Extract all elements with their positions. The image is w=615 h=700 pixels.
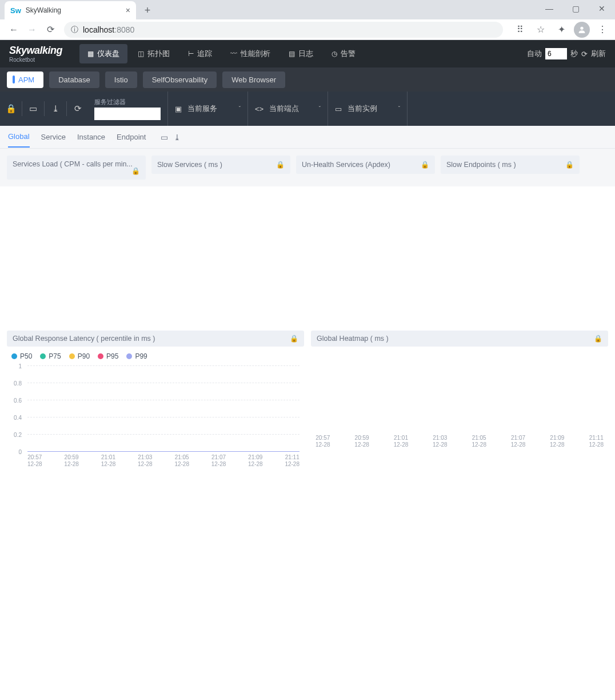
auto-refresh: 自动 秒 ⟳ 刷新 [527, 48, 606, 59]
folder-button[interactable]: ▭ [22, 92, 44, 126]
current-service-selector[interactable]: ▣ 当前服务 ˇ [167, 92, 247, 126]
forward-button[interactable]: → [23, 21, 41, 39]
translate-icon[interactable]: ⠿ [512, 22, 528, 38]
app-logo: Skywalking Rocketbot [9, 45, 62, 63]
y-tick: 0 [18, 449, 22, 455]
code-icon: <> [255, 105, 263, 113]
download-button[interactable]: ⤓ [45, 92, 66, 126]
maximize-button[interactable]: ▢ [562, 0, 589, 17]
card-services-load[interactable]: Services Load ( CPM - calls per min... 🔒 [7, 156, 146, 180]
tab-instance[interactable]: Instance [77, 127, 105, 147]
refresh-interval-input[interactable] [545, 48, 567, 59]
nav-label: 追踪 [197, 49, 212, 59]
nav-alarm[interactable]: ◷告警 [324, 44, 364, 63]
lock-button[interactable]: 🔒 [0, 92, 22, 126]
lock-icon: 🔒 [565, 161, 574, 169]
grid-line [27, 400, 299, 400]
scope-tabs: Global Service Instance Endpoint ▭ ⤓ [0, 126, 615, 149]
url-host: localhost [83, 25, 114, 34]
plot-area [27, 366, 299, 452]
latency-chart-card: Global Response Latency ( percentile in … [7, 331, 304, 469]
log-icon: ▤ [289, 50, 295, 58]
download-icon[interactable]: ⤓ [174, 133, 181, 142]
x-tick: 21:0712-28 [211, 454, 226, 468]
y-tick: 1 [18, 363, 22, 369]
dashboard-icon: ▦ [87, 50, 94, 58]
new-tab-button[interactable]: + [139, 2, 155, 18]
refresh-icon[interactable]: ⟳ [581, 50, 588, 58]
x-axis: 20:5712-2820:5912-2821:0112-2821:0312-28… [27, 454, 299, 468]
back-button[interactable]: ← [5, 21, 23, 39]
data-line [27, 451, 299, 452]
legend-label: P75 [49, 352, 61, 360]
address-bar-icons: ⠿ ☆ ✦ ⋮ [512, 22, 610, 38]
reload-button[interactable]: ⟳ [41, 21, 59, 39]
x-axis: 20:5712-2820:5912-2821:0112-2821:0312-28… [316, 435, 604, 448]
profile-avatar[interactable] [574, 22, 590, 38]
x-tick: 21:0112-28 [394, 435, 409, 448]
url-port: :8080 [114, 25, 134, 34]
card-unhealth-services[interactable]: Un-Health Services (Apdex) 🔒 [296, 156, 435, 174]
nav-log[interactable]: ▤日志 [281, 44, 321, 63]
y-tick: 0.2 [14, 432, 22, 438]
sync-button[interactable]: ⟳ [67, 92, 89, 126]
close-tab-icon[interactable]: × [126, 6, 130, 15]
current-endpoint-selector[interactable]: <> 当前端点 ˇ [247, 92, 328, 126]
legend-item[interactable]: P90 [69, 352, 90, 360]
pill-label: Istio [114, 75, 128, 84]
pill-selfobservability[interactable]: SelfObservability [143, 71, 217, 88]
site-info-icon[interactable]: ⓘ [71, 25, 78, 35]
tab-global[interactable]: Global [8, 126, 30, 148]
tab-service[interactable]: Service [41, 127, 66, 147]
bookmark-icon[interactable]: ☆ [533, 22, 549, 38]
pill-webbrowser[interactable]: Web Browser [222, 71, 285, 88]
legend-item[interactable]: P75 [40, 352, 61, 360]
address-bar: ← → ⟳ ⓘ localhost:8080 ⠿ ☆ ✦ ⋮ [0, 19, 615, 40]
pill-database[interactable]: Database [49, 71, 99, 88]
nav-trace[interactable]: ⊢追踪 [180, 44, 220, 63]
nav-topology[interactable]: ◫拓扑图 [130, 44, 178, 63]
x-tick: 20:5712-28 [316, 435, 330, 448]
filter-input[interactable] [94, 108, 161, 120]
card-header[interactable]: Global Response Latency ( percentile in … [7, 331, 304, 347]
bottom-charts-row: Global Response Latency ( percentile in … [0, 324, 615, 476]
nav-dashboard[interactable]: ▦仪表盘 [79, 44, 127, 63]
lock-icon: 🔒 [276, 161, 285, 169]
menu-icon[interactable]: ⋮ [594, 22, 610, 38]
close-window-button[interactable]: ✕ [589, 0, 615, 17]
nav-label: 告警 [341, 49, 356, 59]
legend-item[interactable]: P50 [11, 352, 32, 360]
seconds-label: 秒 [570, 49, 578, 59]
open-folder-icon[interactable]: ▭ [161, 133, 168, 142]
extensions-icon[interactable]: ✦ [553, 22, 569, 38]
pill-apm[interactable]: APM [7, 71, 43, 88]
tab-endpoint[interactable]: Endpoint [117, 127, 146, 147]
x-tick: 21:0712-28 [511, 435, 526, 448]
monitor-icon: ▭ [335, 105, 342, 113]
x-tick: 20:5712-28 [27, 454, 42, 468]
card-slow-services[interactable]: Slow Services ( ms ) 🔒 [151, 156, 290, 174]
y-tick: 0.4 [14, 415, 22, 421]
grid-line [27, 434, 299, 435]
x-tick: 21:0312-28 [138, 454, 153, 468]
pill-label: SelfObservability [152, 75, 208, 84]
nav-label: 性能剖析 [241, 49, 270, 59]
y-tick: 0.8 [14, 380, 22, 387]
x-tick: 21:0312-28 [433, 435, 448, 448]
minimize-button[interactable]: — [536, 0, 562, 17]
browser-tab[interactable]: Sw SkyWalking × [5, 1, 136, 19]
package-icon: ▣ [175, 105, 182, 113]
nav-profile[interactable]: 〰性能剖析 [222, 44, 278, 63]
pill-istio[interactable]: Istio [105, 71, 137, 88]
url-input[interactable]: ⓘ localhost:8080 [64, 22, 503, 38]
refresh-label[interactable]: 刷新 [591, 49, 606, 59]
card-slow-endpoints[interactable]: Slow Endpoints ( ms ) 🔒 [441, 156, 580, 174]
toolbar: 🔒 ▭ ⤓ ⟳ 服务过滤器 ▣ 当前服务 ˇ <> 当前端点 ˇ ▭ 当前实例 … [0, 92, 615, 126]
auto-label: 自动 [527, 49, 542, 59]
card-header[interactable]: Global Heatmap ( ms ) 🔒 [311, 331, 608, 347]
legend-item[interactable]: P99 [126, 352, 147, 360]
legend-item[interactable]: P95 [98, 352, 118, 360]
chart-legend: P50P75P90P95P99 [7, 347, 304, 366]
alarm-icon: ◷ [332, 50, 337, 58]
current-instance-selector[interactable]: ▭ 当前实例 ˇ [328, 92, 408, 126]
